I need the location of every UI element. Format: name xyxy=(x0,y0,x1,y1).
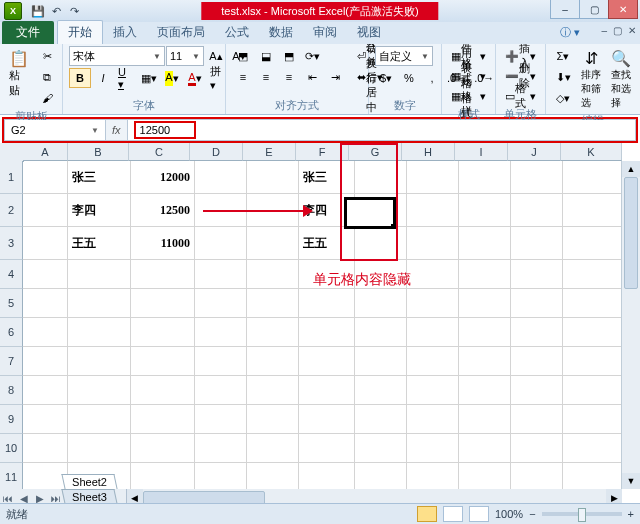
zoom-value[interactable]: 100% xyxy=(495,508,523,520)
cell-D11[interactable] xyxy=(195,463,247,492)
cell-B1[interactable]: 张三 xyxy=(68,161,131,194)
cell-B8[interactable] xyxy=(68,376,131,405)
find-select-button[interactable]: 🔍查找和选择 xyxy=(608,46,634,112)
vertical-scrollbar[interactable]: ▲▼ xyxy=(621,161,640,489)
border-button[interactable]: ▦▾ xyxy=(138,68,160,88)
maximize-button[interactable]: ▢ xyxy=(579,0,609,19)
cell-G11[interactable] xyxy=(355,463,407,492)
cell-E3[interactable] xyxy=(247,227,299,260)
tab-first-icon[interactable]: ⏮ xyxy=(0,493,16,504)
cut-icon[interactable]: ✂ xyxy=(36,46,58,66)
cell-A2[interactable] xyxy=(23,194,68,227)
comma-icon[interactable]: , xyxy=(421,68,443,88)
col-header-H[interactable]: H xyxy=(402,143,455,161)
cell-J1[interactable] xyxy=(511,161,563,194)
row-header-8[interactable]: 8 xyxy=(0,376,23,405)
align-center-icon[interactable]: ≡ xyxy=(255,67,277,87)
font-color-button[interactable]: A▾ xyxy=(184,68,206,88)
zoom-in-button[interactable]: + xyxy=(628,508,634,520)
cell-F3[interactable]: 王五 xyxy=(299,227,355,260)
undo-icon[interactable]: ↶ xyxy=(48,3,64,19)
mdi-close-icon[interactable]: ✕ xyxy=(628,25,636,36)
cell-E2[interactable] xyxy=(247,194,299,227)
cell-A8[interactable] xyxy=(23,376,68,405)
cell-I6[interactable] xyxy=(459,318,511,347)
cell-F8[interactable] xyxy=(299,376,355,405)
cell-C1[interactable]: 12000 xyxy=(131,161,195,194)
cell-H6[interactable] xyxy=(407,318,459,347)
cell-G7[interactable] xyxy=(355,347,407,376)
paste-button[interactable]: 📋粘贴 xyxy=(6,46,32,100)
cell-E8[interactable] xyxy=(247,376,299,405)
cell-J4[interactable] xyxy=(511,260,563,289)
cell-K10[interactable] xyxy=(563,434,622,463)
fill-color-button[interactable]: A▾ xyxy=(161,68,183,88)
align-right-icon[interactable]: ≡ xyxy=(278,67,300,87)
cell-A4[interactable] xyxy=(23,260,68,289)
cell-K1[interactable] xyxy=(563,161,622,194)
row-header-9[interactable]: 9 xyxy=(0,405,23,434)
tab-页面布局[interactable]: 页面布局 xyxy=(147,21,215,44)
row-header-5[interactable]: 5 xyxy=(0,289,23,318)
minimize-button[interactable]: – xyxy=(550,0,580,19)
orient-icon[interactable]: ⟳▾ xyxy=(301,46,323,66)
zoom-slider[interactable] xyxy=(542,512,622,516)
cell-A9[interactable] xyxy=(23,405,68,434)
cell-D5[interactable] xyxy=(195,289,247,318)
currency-icon[interactable]: $▾ xyxy=(375,68,397,88)
cell-A5[interactable] xyxy=(23,289,68,318)
cell-K9[interactable] xyxy=(563,405,622,434)
formula-input[interactable]: 12500 xyxy=(128,120,635,140)
cell-H3[interactable] xyxy=(407,227,459,260)
cell-G10[interactable] xyxy=(355,434,407,463)
col-header-B[interactable]: B xyxy=(68,143,129,161)
scroll-down-icon[interactable]: ▼ xyxy=(622,473,640,489)
cell-C10[interactable] xyxy=(131,434,195,463)
row-header-7[interactable]: 7 xyxy=(0,347,23,376)
cell-H10[interactable] xyxy=(407,434,459,463)
mdi-restore-icon[interactable]: ▢ xyxy=(613,25,622,36)
view-pagebreak-button[interactable] xyxy=(469,506,489,522)
cell-C4[interactable] xyxy=(131,260,195,289)
number-format-select[interactable]: 自定义▼ xyxy=(375,46,433,66)
cell-J8[interactable] xyxy=(511,376,563,405)
mdi-minimize-icon[interactable]: – xyxy=(601,25,607,36)
cell-E1[interactable] xyxy=(247,161,299,194)
tab-插入[interactable]: 插入 xyxy=(103,21,147,44)
cell-B2[interactable]: 李四 xyxy=(68,194,131,227)
italic-button[interactable]: I xyxy=(92,68,114,88)
view-layout-button[interactable] xyxy=(443,506,463,522)
cell-K4[interactable] xyxy=(563,260,622,289)
tab-开始[interactable]: 开始 xyxy=(57,20,103,44)
cell-H5[interactable] xyxy=(407,289,459,318)
col-header-K[interactable]: K xyxy=(561,143,622,161)
cell-D7[interactable] xyxy=(195,347,247,376)
ribbon-minimize-icon[interactable]: ⓘ ▾ xyxy=(560,25,580,40)
tab-prev-icon[interactable]: ◀ xyxy=(16,493,32,504)
cell-B6[interactable] xyxy=(68,318,131,347)
cell-G5[interactable] xyxy=(355,289,407,318)
cell-H11[interactable] xyxy=(407,463,459,492)
cell-D2[interactable] xyxy=(195,194,247,227)
close-button[interactable]: ✕ xyxy=(608,0,638,19)
sheet-tab-Sheet2[interactable]: Sheet2 xyxy=(61,474,117,489)
cell-A7[interactable] xyxy=(23,347,68,376)
cell-I7[interactable] xyxy=(459,347,511,376)
cell-F10[interactable] xyxy=(299,434,355,463)
cell-G9[interactable] xyxy=(355,405,407,434)
cell-D8[interactable] xyxy=(195,376,247,405)
row-header-11[interactable]: 11 xyxy=(0,463,23,492)
cell-F9[interactable] xyxy=(299,405,355,434)
cell-E7[interactable] xyxy=(247,347,299,376)
sheet-tab-Sheet3[interactable]: Sheet3 xyxy=(61,489,117,504)
fill-icon[interactable]: ⬇▾ xyxy=(552,67,574,87)
font-size-select[interactable]: 11▼ xyxy=(166,46,204,66)
tab-数据[interactable]: 数据 xyxy=(259,21,303,44)
cell-F11[interactable] xyxy=(299,463,355,492)
cell-D9[interactable] xyxy=(195,405,247,434)
name-box[interactable]: G2▼ xyxy=(5,120,106,140)
cell-K8[interactable] xyxy=(563,376,622,405)
cell-style-button[interactable]: ▦ 单元格样式▾ xyxy=(448,86,489,106)
cell-G8[interactable] xyxy=(355,376,407,405)
cell-E6[interactable] xyxy=(247,318,299,347)
